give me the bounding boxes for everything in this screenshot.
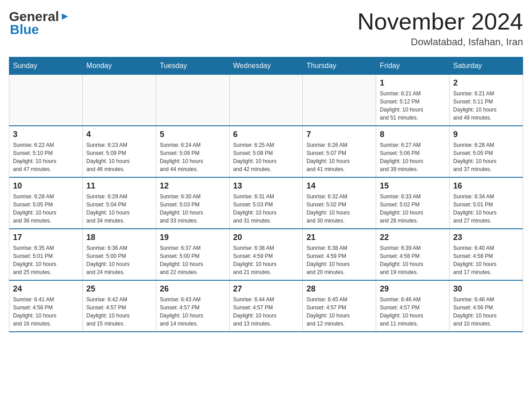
calendar-cell: 16Sunrise: 6:34 AMSunset: 5:01 PMDayligh… <box>450 177 523 229</box>
day-number: 13 <box>233 181 299 191</box>
day-info: Sunrise: 6:28 AMSunset: 5:05 PMDaylight:… <box>13 193 79 225</box>
day-info: Sunrise: 6:26 AMSunset: 5:07 PMDaylight:… <box>306 141 372 173</box>
calendar-cell: 5Sunrise: 6:24 AMSunset: 5:09 PMDaylight… <box>156 126 229 177</box>
day-info: Sunrise: 6:45 AMSunset: 4:57 PMDaylight:… <box>306 295 372 328</box>
calendar-cell: 15Sunrise: 6:33 AMSunset: 5:02 PMDayligh… <box>376 177 450 229</box>
calendar-week-2: 3Sunrise: 6:22 AMSunset: 5:10 PMDaylight… <box>9 126 523 177</box>
calendar-week-4: 17Sunrise: 6:35 AMSunset: 5:01 PMDayligh… <box>9 229 523 280</box>
day-info: Sunrise: 6:35 AMSunset: 5:01 PMDaylight:… <box>13 244 79 276</box>
day-info: Sunrise: 6:43 AMSunset: 4:57 PMDaylight:… <box>160 295 226 328</box>
day-info: Sunrise: 6:46 AMSunset: 4:57 PMDaylight:… <box>380 295 446 328</box>
day-number: 20 <box>233 233 299 242</box>
calendar-cell: 14Sunrise: 6:32 AMSunset: 5:02 PMDayligh… <box>303 177 376 229</box>
calendar-cell: 20Sunrise: 6:38 AMSunset: 4:59 PMDayligh… <box>229 229 303 280</box>
day-number: 22 <box>380 233 446 242</box>
weekday-header-monday: Monday <box>82 57 156 75</box>
calendar-cell: 17Sunrise: 6:35 AMSunset: 5:01 PMDayligh… <box>9 229 83 280</box>
calendar-cell: 2Sunrise: 6:21 AMSunset: 5:11 PMDaylight… <box>450 75 523 126</box>
day-info: Sunrise: 6:36 AMSunset: 5:00 PMDaylight:… <box>86 244 152 276</box>
svg-marker-0 <box>62 13 68 20</box>
logo-blue-text: Blue <box>9 22 39 37</box>
day-info: Sunrise: 6:24 AMSunset: 5:09 PMDaylight:… <box>160 141 226 173</box>
calendar-cell: 13Sunrise: 6:31 AMSunset: 5:03 PMDayligh… <box>229 177 303 229</box>
calendar-week-5: 24Sunrise: 6:41 AMSunset: 4:58 PMDayligh… <box>9 280 523 332</box>
day-number: 9 <box>453 130 519 139</box>
calendar-cell: 30Sunrise: 6:46 AMSunset: 4:56 PMDayligh… <box>450 280 523 332</box>
day-number: 6 <box>233 130 299 139</box>
calendar-cell: 3Sunrise: 6:22 AMSunset: 5:10 PMDaylight… <box>9 126 83 177</box>
day-info: Sunrise: 6:38 AMSunset: 4:59 PMDaylight:… <box>306 244 372 276</box>
calendar-cell <box>82 75 156 126</box>
month-title: November 2024 <box>357 9 523 34</box>
calendar-cell: 26Sunrise: 6:43 AMSunset: 4:57 PMDayligh… <box>156 280 229 332</box>
day-info: Sunrise: 6:29 AMSunset: 5:04 PMDaylight:… <box>86 193 152 225</box>
calendar-cell: 29Sunrise: 6:46 AMSunset: 4:57 PMDayligh… <box>376 280 450 332</box>
calendar-cell: 24Sunrise: 6:41 AMSunset: 4:58 PMDayligh… <box>9 280 83 332</box>
day-info: Sunrise: 6:21 AMSunset: 5:11 PMDaylight:… <box>453 90 519 122</box>
calendar-cell: 1Sunrise: 6:21 AMSunset: 5:12 PMDaylight… <box>376 75 450 126</box>
day-number: 3 <box>13 130 79 139</box>
calendar-header-row: SundayMondayTuesdayWednesdayThursdayFrid… <box>9 57 523 75</box>
calendar-week-1: 1Sunrise: 6:21 AMSunset: 5:12 PMDaylight… <box>9 75 523 126</box>
day-number: 17 <box>13 233 79 242</box>
day-number: 24 <box>13 284 79 294</box>
calendar-cell: 8Sunrise: 6:27 AMSunset: 5:06 PMDaylight… <box>376 126 450 177</box>
calendar-cell: 27Sunrise: 6:44 AMSunset: 4:57 PMDayligh… <box>229 280 303 332</box>
day-number: 7 <box>306 130 372 139</box>
day-number: 15 <box>380 181 446 191</box>
day-number: 16 <box>453 181 519 191</box>
day-number: 30 <box>453 284 519 294</box>
day-number: 1 <box>380 78 446 88</box>
day-info: Sunrise: 6:31 AMSunset: 5:03 PMDaylight:… <box>233 193 299 225</box>
calendar-week-3: 10Sunrise: 6:28 AMSunset: 5:05 PMDayligh… <box>9 177 523 229</box>
day-info: Sunrise: 6:33 AMSunset: 5:02 PMDaylight:… <box>380 193 446 225</box>
day-number: 23 <box>453 233 519 242</box>
day-info: Sunrise: 6:42 AMSunset: 4:57 PMDaylight:… <box>86 295 152 328</box>
day-number: 29 <box>380 284 446 294</box>
day-info: Sunrise: 6:28 AMSunset: 5:05 PMDaylight:… <box>453 141 519 173</box>
weekday-header-wednesday: Wednesday <box>229 57 303 75</box>
day-info: Sunrise: 6:23 AMSunset: 5:09 PMDaylight:… <box>86 141 152 173</box>
day-number: 12 <box>160 181 226 191</box>
day-info: Sunrise: 6:27 AMSunset: 5:06 PMDaylight:… <box>380 141 446 173</box>
day-info: Sunrise: 6:25 AMSunset: 5:08 PMDaylight:… <box>233 141 299 173</box>
day-number: 4 <box>86 130 152 139</box>
day-number: 14 <box>306 181 372 191</box>
calendar-cell <box>303 75 376 126</box>
calendar-cell: 28Sunrise: 6:45 AMSunset: 4:57 PMDayligh… <box>303 280 376 332</box>
day-info: Sunrise: 6:34 AMSunset: 5:01 PMDaylight:… <box>453 193 519 225</box>
day-number: 11 <box>86 181 152 191</box>
day-number: 21 <box>306 233 372 242</box>
weekday-header-sunday: Sunday <box>9 57 83 75</box>
day-info: Sunrise: 6:40 AMSunset: 4:58 PMDaylight:… <box>453 244 519 276</box>
calendar-cell: 19Sunrise: 6:37 AMSunset: 5:00 PMDayligh… <box>156 229 229 280</box>
day-number: 5 <box>160 130 226 139</box>
calendar-cell: 11Sunrise: 6:29 AMSunset: 5:04 PMDayligh… <box>82 177 156 229</box>
day-info: Sunrise: 6:22 AMSunset: 5:10 PMDaylight:… <box>13 141 79 173</box>
weekday-header-saturday: Saturday <box>450 57 523 75</box>
day-number: 26 <box>160 284 226 294</box>
day-info: Sunrise: 6:41 AMSunset: 4:58 PMDaylight:… <box>13 295 79 328</box>
weekday-header-friday: Friday <box>376 57 450 75</box>
page-header: General Blue November 2024 Dowlatabad, I… <box>9 9 523 48</box>
calendar-cell: 25Sunrise: 6:42 AMSunset: 4:57 PMDayligh… <box>82 280 156 332</box>
calendar-cell: 22Sunrise: 6:39 AMSunset: 4:58 PMDayligh… <box>376 229 450 280</box>
day-info: Sunrise: 6:32 AMSunset: 5:02 PMDaylight:… <box>306 193 372 225</box>
calendar-cell <box>156 75 229 126</box>
day-info: Sunrise: 6:46 AMSunset: 4:56 PMDaylight:… <box>453 295 519 328</box>
location-title: Dowlatabad, Isfahan, Iran <box>357 36 523 48</box>
calendar-cell <box>229 75 303 126</box>
calendar-cell: 21Sunrise: 6:38 AMSunset: 4:59 PMDayligh… <box>303 229 376 280</box>
day-number: 8 <box>380 130 446 139</box>
calendar-cell: 18Sunrise: 6:36 AMSunset: 5:00 PMDayligh… <box>82 229 156 280</box>
calendar-cell <box>9 75 83 126</box>
calendar-cell: 12Sunrise: 6:30 AMSunset: 5:03 PMDayligh… <box>156 177 229 229</box>
day-number: 28 <box>306 284 372 294</box>
day-number: 18 <box>86 233 152 242</box>
day-number: 19 <box>160 233 226 242</box>
day-info: Sunrise: 6:38 AMSunset: 4:59 PMDaylight:… <box>233 244 299 276</box>
weekday-header-tuesday: Tuesday <box>156 57 229 75</box>
day-info: Sunrise: 6:21 AMSunset: 5:12 PMDaylight:… <box>380 90 446 122</box>
day-info: Sunrise: 6:44 AMSunset: 4:57 PMDaylight:… <box>233 295 299 328</box>
day-number: 10 <box>13 181 79 191</box>
